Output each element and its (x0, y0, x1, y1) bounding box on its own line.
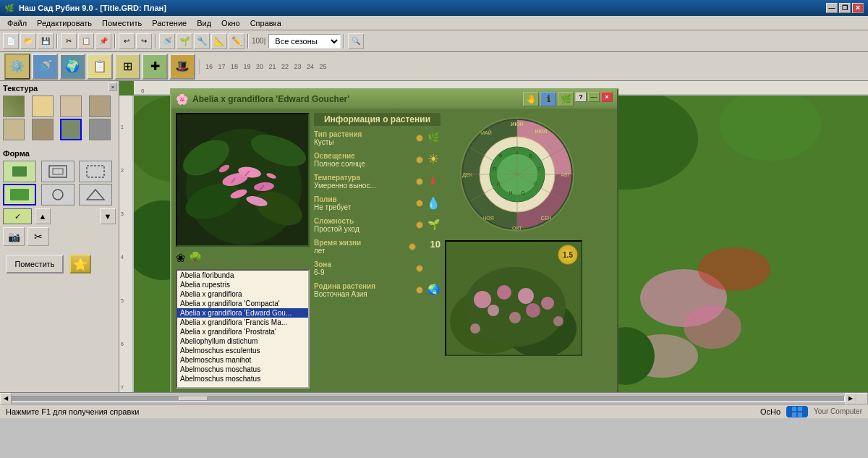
plant-list-item-12[interactable]: Abelmoschus moschatus (177, 374, 308, 383)
plant-thumbnail: 1.5 (445, 240, 582, 356)
shape-item-6[interactable] (79, 184, 112, 205)
tb2-btn-globe[interactable]: 🌍 (59, 54, 85, 80)
plant-list-item-9[interactable]: Abelmoschus esculentus (177, 346, 308, 355)
menu-window[interactable]: Окно (217, 18, 244, 28)
lifespan-unit: лет (314, 247, 406, 255)
tb-new[interactable]: 📄 (3, 33, 19, 49)
plant-list-item-7[interactable]: Abelia x grandiflora 'Prostrata' (177, 327, 308, 336)
scroll-left-btn[interactable]: ◀ (0, 393, 12, 404)
menu-help[interactable]: Справка (246, 18, 286, 28)
texture-item-3[interactable] (60, 96, 82, 117)
svg-text:ДЕК: ДЕК (462, 172, 472, 178)
type-label: Тип растения (314, 130, 413, 138)
tb2-btn-water[interactable]: 🚿 (32, 54, 58, 80)
dialog-help-btn[interactable]: ? (575, 92, 587, 102)
windows-btn[interactable] (786, 406, 808, 417)
scroll-right-btn[interactable]: ▶ (845, 393, 856, 404)
texture-item-8[interactable] (89, 119, 111, 140)
shape-item-1[interactable] (3, 161, 36, 182)
lifespan-label: Время жизни (314, 239, 406, 247)
tb2-btn-settings[interactable]: ⚙️ (4, 54, 30, 80)
dialog-close-btn[interactable]: × (601, 92, 613, 102)
info-row-lifespan: Время жизни лет 10 (314, 239, 441, 255)
texture-item-2[interactable] (32, 96, 54, 117)
connector-dot-lifespan (409, 243, 416, 250)
tb-tool4[interactable]: 📐 (211, 33, 227, 49)
info-water-block: Полив Не требует (314, 195, 413, 211)
dialog-icon-hand[interactable]: 🤚 (523, 92, 539, 106)
shape-item-4[interactable] (3, 184, 36, 205)
plant-list-item-1[interactable]: Abelia floribunda (177, 271, 308, 280)
tb2-btn-cross[interactable]: ✚ (142, 54, 168, 80)
info-lifespan-block: Время жизни лет (314, 239, 406, 255)
tb-sep4 (247, 34, 249, 48)
tb-watering[interactable]: 🚿 (159, 33, 175, 49)
tb-zoom-in[interactable]: 🔍 (348, 33, 364, 49)
connector-dot-light (416, 156, 423, 164)
status-bar: Нажмите F1 для получения справки OcHo Yo… (0, 404, 868, 418)
svg-text:А: А (516, 150, 519, 155)
camera-btn[interactable]: 📷 (3, 227, 25, 246)
info-row-complexity: Сложность Простой уход 🌱 (314, 217, 441, 233)
h-scroll-thumb[interactable] (179, 396, 208, 401)
temp-value: Умеренно вынос... (314, 182, 413, 190)
texture-item-5[interactable] (3, 119, 25, 140)
svg-text:Я: Я (493, 166, 496, 171)
texture-item-6[interactable] (32, 119, 54, 140)
plant-list-box[interactable]: Abelia floribunda Abelia rupestris Abeli… (176, 269, 310, 389)
plant-list-item-8[interactable]: Abeliophyllum distichum (177, 336, 308, 346)
info-row-origin: Родина растения Восточная Азия 🌏 (314, 282, 441, 298)
checkmark-btn[interactable]: ✓ (3, 208, 32, 224)
scissors-btn[interactable]: ✂ (27, 227, 49, 246)
shape-item-2[interactable] (41, 161, 75, 182)
minimize-btn[interactable]: — (826, 3, 838, 13)
restore-btn[interactable]: ❐ (839, 3, 851, 13)
tb-copy[interactable]: 📋 (78, 33, 94, 49)
title-bar-controls[interactable]: — ❐ ✕ (826, 3, 864, 13)
panel-close-btn[interactable]: × (109, 82, 117, 91)
tb-undo[interactable]: ↩ (119, 33, 135, 49)
season-select[interactable]: Все сезоны (268, 34, 341, 48)
menu-place[interactable]: Поместить (98, 18, 146, 28)
texture-item-7[interactable] (60, 119, 82, 140)
tb-save[interactable]: 💾 (38, 33, 54, 49)
shape-item-3[interactable] (79, 161, 112, 182)
star-btn[interactable]: ⭐ (69, 255, 91, 273)
tb-redo[interactable]: ↪ (136, 33, 152, 49)
dialog-title-bar: 🌸 Abelia x grandiflora 'Edward Goucher' … (171, 90, 617, 109)
place-button[interactable]: Поместить (6, 255, 64, 273)
tb2-btn-grid[interactable]: ⊞ (114, 54, 140, 80)
tb2-btn-hat[interactable]: 🎩 (169, 54, 195, 80)
menu-edit[interactable]: Редактировать (33, 18, 96, 28)
texture-item-4[interactable] (89, 96, 111, 117)
panel-arrow-up[interactable]: ▲ (35, 208, 51, 224)
tb-tool5[interactable]: ✏️ (229, 33, 244, 49)
panel-arrow-down[interactable]: ▼ (100, 208, 116, 224)
tb2-btn-report[interactable]: 📋 (87, 54, 113, 80)
plant-list-item-5[interactable]: Abelia x grandiflora 'Edward Gou... (177, 308, 308, 318)
dialog-icon-info[interactable]: ℹ (540, 92, 556, 106)
info-complexity-block: Сложность Простой уход (314, 217, 413, 233)
menu-plant[interactable]: Растение (148, 18, 191, 28)
plant-list-item-4[interactable]: Abelia x grandiflora 'Compacta' (177, 299, 308, 308)
dialog-min-btn[interactable]: — (588, 92, 600, 102)
plant-list-item-6[interactable]: Abelia x grandiflora 'Francis Ma... (177, 318, 308, 327)
status-right: OcHo Your Computer (760, 406, 862, 417)
dialog-icon-plant[interactable]: 🌿 (558, 92, 574, 106)
texture-item-1[interactable] (3, 96, 25, 117)
tb-cut[interactable]: ✂ (61, 33, 77, 49)
menu-file[interactable]: Файл (3, 18, 31, 28)
tb-plant-tool[interactable]: 🌱 (176, 33, 192, 49)
svg-point-89 (526, 303, 540, 318)
tb-open[interactable]: 📂 (20, 33, 36, 49)
plant-list-item-3[interactable]: Abelia x grandiflora (177, 289, 308, 299)
tb-paste[interactable]: 📌 (95, 33, 111, 49)
menu-view[interactable]: Вид (192, 18, 216, 28)
plant-list-item-11[interactable]: Abelmoschus moschatus (177, 365, 308, 374)
tb-tool3[interactable]: 🔧 (194, 33, 210, 49)
h-scroll-track[interactable] (12, 396, 845, 402)
shape-item-5[interactable] (41, 184, 75, 205)
close-btn[interactable]: ✕ (852, 3, 864, 13)
plant-list-item-10[interactable]: Abelmoschus manihot (177, 355, 308, 365)
plant-list-item-2[interactable]: Abelia rupestris (177, 280, 308, 289)
